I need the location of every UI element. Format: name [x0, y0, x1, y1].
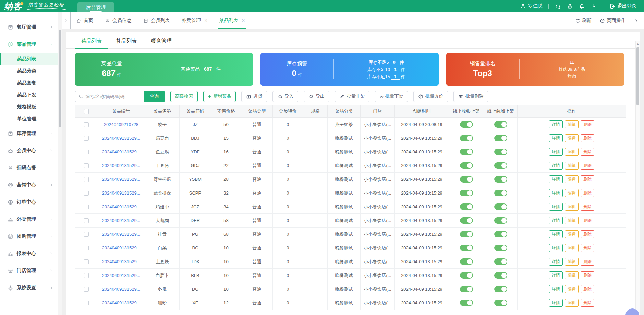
row-checkbox[interactable]	[84, 287, 89, 292]
offline-cashier-toggle[interactable]	[460, 286, 473, 292]
row-checkbox[interactable]	[84, 136, 89, 141]
backend-admin-tab[interactable]: 后台管理	[77, 2, 114, 12]
sidebar-scrollbar-thumb[interactable]	[59, 30, 61, 127]
sidebar-item[interactable]: 报表中心	[0, 245, 58, 262]
edit-button[interactable]: 编辑	[565, 217, 579, 224]
edit-button[interactable]: 编辑	[565, 134, 579, 142]
detail-button[interactable]: 详情	[549, 258, 563, 266]
dish-id-link[interactable]: 20240409131529...	[102, 204, 140, 209]
sidebar-item[interactable]: 餐厅管理	[0, 19, 58, 36]
sidebar-subitem[interactable]: 菜品套餐	[0, 77, 58, 89]
sidebar-item[interactable]: 扫码点餐	[0, 159, 58, 176]
delete-button[interactable]: 删除	[581, 203, 594, 211]
detail-button[interactable]: 详情	[549, 299, 563, 307]
sidebar-item[interactable]: 订单中心	[0, 194, 58, 211]
online-mall-toggle[interactable]	[494, 162, 507, 169]
toolbar-button[interactable]: ∞批量下架	[375, 91, 408, 102]
row-checkbox[interactable]	[84, 191, 89, 196]
tab[interactable]: 会员列表	[143, 12, 170, 29]
detail-button[interactable]: 详情	[549, 189, 563, 197]
dish-id-link[interactable]: 20240409131529...	[102, 232, 140, 237]
row-checkbox[interactable]	[84, 301, 89, 305]
online-mall-toggle[interactable]	[494, 203, 507, 210]
online-mall-toggle[interactable]	[494, 245, 507, 251]
online-mall-toggle[interactable]	[494, 258, 507, 265]
delete-button[interactable]: 删除	[581, 230, 594, 238]
page-operations-button[interactable]: 页面操作	[600, 18, 626, 24]
delete-button[interactable]: 删除	[581, 175, 594, 183]
row-checkbox[interactable]	[84, 177, 89, 182]
delete-button[interactable]: 删除	[581, 271, 594, 279]
online-mall-toggle[interactable]	[494, 286, 507, 292]
online-mall-toggle[interactable]	[494, 272, 507, 279]
dish-id-link[interactable]: 20240409131529...	[102, 163, 140, 168]
delete-button[interactable]: 删除	[581, 285, 594, 293]
offline-cashier-toggle[interactable]	[460, 121, 473, 128]
detail-button[interactable]: 详情	[549, 230, 563, 238]
subtab[interactable]: 礼品列表	[110, 38, 143, 49]
edit-button[interactable]: 编辑	[565, 148, 579, 156]
tab[interactable]: 菜品列表×	[219, 12, 245, 29]
offline-cashier-toggle[interactable]	[460, 135, 473, 141]
online-mall-toggle[interactable]	[494, 149, 507, 155]
dish-id-link[interactable]: 20240409131529...	[102, 300, 140, 305]
edit-button[interactable]: 编辑	[565, 258, 579, 266]
advanced-search-button[interactable]: 高级搜索	[170, 91, 198, 102]
offline-cashier-toggle[interactable]	[460, 300, 473, 306]
detail-button[interactable]: 详情	[549, 203, 563, 211]
row-checkbox[interactable]	[84, 150, 89, 154]
delete-button[interactable]: 删除	[581, 258, 594, 266]
dish-id-link[interactable]: 20240409131529...	[102, 287, 140, 292]
current-user[interactable]: 罗仁聪	[520, 3, 542, 9]
edit-button[interactable]: 编辑	[565, 203, 579, 211]
sidebar-item[interactable]: 库存管理	[0, 125, 58, 142]
delete-button[interactable]: 删除	[581, 134, 594, 142]
offline-cashier-toggle[interactable]	[460, 258, 473, 265]
row-checkbox[interactable]	[84, 163, 89, 168]
dish-id-link[interactable]: 20240409131529...	[102, 273, 140, 278]
delete-button[interactable]: 删除	[581, 162, 594, 170]
sidebar-item[interactable]: 营销中心	[0, 176, 58, 194]
detail-button[interactable]: 详情	[549, 285, 563, 293]
offline-cashier-toggle[interactable]	[460, 245, 473, 251]
offline-cashier-toggle[interactable]	[460, 231, 473, 237]
edit-button[interactable]: 编辑	[565, 162, 579, 170]
detail-button[interactable]: 详情	[549, 120, 563, 128]
online-mall-toggle[interactable]	[494, 121, 507, 128]
toolbar-button[interactable]: 批量改价	[413, 91, 448, 102]
edit-button[interactable]: 编辑	[565, 175, 579, 183]
delete-button[interactable]: 删除	[581, 148, 594, 156]
detail-button[interactable]: 详情	[549, 175, 563, 183]
edit-button[interactable]: 编辑	[565, 271, 579, 279]
offline-cashier-toggle[interactable]	[460, 162, 473, 169]
tab[interactable]: 外卖管理×	[182, 12, 207, 29]
sidebar-item[interactable]: 门店管理	[0, 262, 58, 279]
dish-id-link[interactable]: 20240409131529...	[102, 136, 140, 141]
toolbar-button[interactable]: 批量上架	[335, 91, 369, 102]
edit-button[interactable]: 编辑	[565, 189, 579, 197]
sidebar-subitem[interactable]: 菜品分类	[0, 65, 58, 77]
sidebar-item[interactable]: 团购管理	[0, 228, 58, 245]
sidebar-subitem[interactable]: 菜品列表	[0, 53, 58, 65]
detail-button[interactable]: 详情	[549, 148, 563, 156]
delete-button[interactable]: 删除	[581, 189, 594, 197]
row-checkbox[interactable]	[84, 205, 89, 209]
lock-icon[interactable]	[567, 3, 573, 9]
main-scrollbar-thumb[interactable]	[636, 47, 639, 105]
dish-id-link[interactable]: 20240409131529...	[102, 149, 140, 154]
close-icon[interactable]: ×	[242, 18, 245, 23]
offline-cashier-toggle[interactable]	[460, 203, 473, 210]
refresh-button[interactable]: 刷新	[575, 18, 592, 24]
tab[interactable]: 首页	[76, 12, 93, 29]
sidebar-subitem[interactable]: 单位管理	[0, 113, 58, 125]
dish-id-link[interactable]: 20240409210728	[104, 122, 138, 127]
online-mall-toggle[interactable]	[494, 176, 507, 183]
edit-button[interactable]: 编辑	[565, 244, 579, 252]
close-icon[interactable]: ×	[204, 18, 207, 23]
row-checkbox[interactable]	[84, 246, 89, 250]
edit-button[interactable]: 编辑	[565, 120, 579, 128]
logout-button[interactable]: 退出登录	[609, 3, 636, 9]
bell-icon[interactable]	[579, 3, 585, 9]
sidebar-collapse-button[interactable]	[62, 12, 71, 29]
subtab[interactable]: 餐盒管理	[145, 38, 178, 49]
